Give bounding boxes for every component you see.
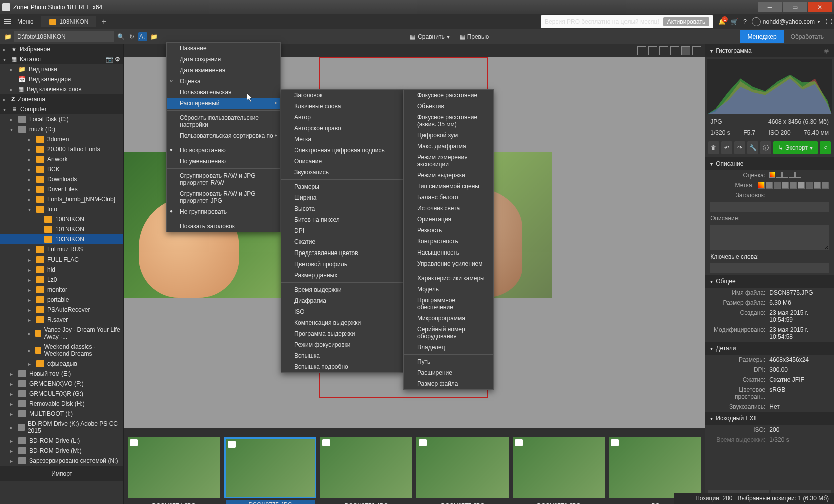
thumbnail[interactable]: DSCN8778.JPG <box>513 437 605 498</box>
view-mode-6[interactable] <box>692 46 701 55</box>
histogram-header[interactable]: ▾Гистограмма◉ <box>705 44 834 57</box>
menu-extended[interactable]: Расширенный▸ <box>167 98 280 109</box>
menu-item[interactable]: Серийный номер оборудования <box>404 324 493 342</box>
menu-item[interactable]: Компенсация выдержки <box>281 317 403 328</box>
menu-item[interactable]: Программа выдержки <box>281 328 403 339</box>
thumbnail[interactable]: DSCN8777.JPG <box>416 437 509 498</box>
tree-folder[interactable]: ▸Fonts_bomb_[NNM-Club] <box>0 194 123 204</box>
menu-item[interactable]: Резкость <box>404 225 493 236</box>
tree-folder[interactable]: 100NIKON <box>0 214 123 224</box>
tree-folder[interactable]: ▸FULL FLAC <box>0 255 123 265</box>
exif-header[interactable]: ▾Исходный EXIF <box>705 412 834 425</box>
keywords-input[interactable] <box>710 263 829 273</box>
menu-item[interactable]: Размер данных <box>281 270 403 281</box>
sidebar-catalog[interactable]: ▾▦Каталог📷 ⚙ <box>0 54 123 64</box>
menu-item[interactable]: Баланс белого <box>404 192 493 203</box>
menu-item[interactable]: Сбросить пользовательские настройки <box>167 112 280 130</box>
menu-item[interactable]: Дата изменения <box>167 65 280 76</box>
menu-item[interactable]: Битов на пиксел <box>281 214 403 225</box>
view-mode-2[interactable] <box>648 46 657 55</box>
tree-drive[interactable]: ▸Removable Disk (H:) <box>0 399 123 409</box>
tree-local-c[interactable]: ▸Local Disk (C:) <box>0 114 123 124</box>
menu-item[interactable]: Размеры <box>281 181 403 192</box>
menu-item[interactable]: Высота <box>281 203 403 214</box>
add-tab-button[interactable]: + <box>101 17 106 26</box>
menu-item[interactable]: Время выдержки <box>281 284 403 295</box>
menu-item[interactable]: Фокусное расстояние <box>404 90 493 101</box>
menu-item[interactable]: Макс. диафрагма <box>404 141 493 152</box>
refresh-icon[interactable]: ↻ <box>127 32 136 41</box>
tree-folder[interactable]: ▸Vance Joy - Dream Your Life Away -... <box>0 325 123 342</box>
share-icon[interactable]: < <box>820 141 831 154</box>
tree-drive[interactable]: ▸BD-ROM Drive (M:) <box>0 446 123 456</box>
menu-item[interactable]: Режим выдержки <box>404 170 493 181</box>
sidebar-cat-folder[interactable]: ▸📁Вид папки <box>0 64 123 74</box>
menu-item[interactable]: ●Не группировать <box>167 206 280 217</box>
tree-drive[interactable]: ▸BD-ROM Drive (K:) Adobe PS CC 2015 <box>0 419 123 436</box>
menu-item[interactable]: Насыщенность <box>404 247 493 258</box>
minimize-button[interactable]: ─ <box>758 2 782 12</box>
tree-folder[interactable]: ▸3domen <box>0 134 123 144</box>
menu-item[interactable]: Владелец <box>404 342 493 353</box>
new-folder-icon[interactable]: 📁 <box>149 32 158 41</box>
view-mode-3[interactable] <box>659 46 668 55</box>
menu-item[interactable]: Путь <box>404 356 493 367</box>
menu-item[interactable]: Объектив <box>404 101 493 112</box>
menu-item[interactable]: Модель <box>404 284 493 295</box>
menu-item[interactable]: Фокусное расстояние (эквив. 35 мм) <box>404 112 493 130</box>
menu-item[interactable]: Название <box>167 43 280 54</box>
tree-folder[interactable]: ▸portable <box>0 295 123 305</box>
tree-folder[interactable]: ▸Downloads <box>0 174 123 184</box>
menu-item[interactable]: Описание <box>281 156 403 167</box>
menu-item[interactable]: Заголовок <box>281 90 403 101</box>
menu-item[interactable]: Режим фокусировки <box>281 339 403 350</box>
hamburger-icon[interactable] <box>2 17 13 26</box>
tree-drive[interactable]: ▸MULTIBOOT (I:) <box>0 409 123 419</box>
rotate-right-icon[interactable]: ↷ <box>734 141 745 154</box>
user-menu[interactable]: nohdd@yahoo.com ▼ <box>752 17 821 26</box>
menu-item[interactable]: Цветовой профиль <box>281 259 403 270</box>
tree-folder[interactable]: ▸Artwork <box>0 154 123 164</box>
menu-item[interactable]: Цифровой зум <box>404 130 493 141</box>
compare-button[interactable]: ▦ Сравнить ▾ <box>406 31 453 42</box>
tree-folder[interactable]: ▸Ful muz RUS <box>0 244 123 255</box>
tree-foto[interactable]: ▾foto <box>0 204 123 214</box>
sort-icon[interactable]: A↓ <box>138 32 147 41</box>
sidebar-zonerama[interactable]: ▸ZZonerama <box>0 94 123 104</box>
menu-item[interactable]: Ориентация <box>404 214 493 225</box>
menu-item[interactable]: Вспышка подробно <box>281 361 403 372</box>
menu-item[interactable]: Диафрагма <box>281 295 403 306</box>
desc-input[interactable] <box>710 225 829 250</box>
menu-item[interactable]: ○Оценка <box>167 76 280 87</box>
label-colors[interactable] <box>758 182 829 189</box>
menu-item[interactable]: Микропрограмма <box>404 313 493 324</box>
menu-item[interactable]: Режим измерения экспозиции <box>404 152 493 170</box>
menu-item[interactable]: Звукозапись <box>281 167 403 178</box>
tree-folder[interactable]: ▸R.saver <box>0 315 123 325</box>
menu-item[interactable]: ISO <box>281 306 403 317</box>
menu-button[interactable]: Меню <box>17 18 33 25</box>
folder-up-icon[interactable]: 📁 <box>3 32 12 41</box>
thumbnail[interactable]: DSCN8776.JPG <box>320 437 412 498</box>
close-button[interactable]: ✕ <box>808 2 832 12</box>
menu-item[interactable]: ●По возрастанию <box>167 145 280 156</box>
menu-item[interactable]: Дата создания <box>167 54 280 65</box>
rating-stars[interactable] <box>769 172 801 179</box>
thumbnail[interactable]: DS <box>609 437 701 498</box>
tab-folder[interactable]: 103NIKON <box>41 16 96 27</box>
menu-item[interactable]: Расширение <box>404 367 493 378</box>
menu-item[interactable]: Сжатие <box>281 236 403 247</box>
tree-folder[interactable]: ▸20.000 Tattoo Fonts <box>0 144 123 154</box>
tree-folder[interactable]: ▸monitor <box>0 285 123 295</box>
menu-item[interactable]: По уменьшению <box>167 156 280 167</box>
rotate-left-icon[interactable]: ↶ <box>721 141 732 154</box>
menu-item[interactable]: Программное обеспечение <box>404 295 493 313</box>
tree-folder[interactable]: ▸hid <box>0 265 123 275</box>
sidebar-cat-keywords[interactable]: ▸▦Вид ключевых слов <box>0 84 123 94</box>
tree-drive[interactable]: ▸Новый том (E:) <box>0 369 123 379</box>
tree-muzk[interactable]: ▾muzk (D:) <box>0 124 123 134</box>
menu-item[interactable]: Метка <box>281 134 403 145</box>
process-button[interactable]: Обработать <box>784 30 831 43</box>
help-icon[interactable]: ? <box>743 18 747 25</box>
tree-drive[interactable]: ▸BD-ROM Drive (L:) <box>0 436 123 446</box>
